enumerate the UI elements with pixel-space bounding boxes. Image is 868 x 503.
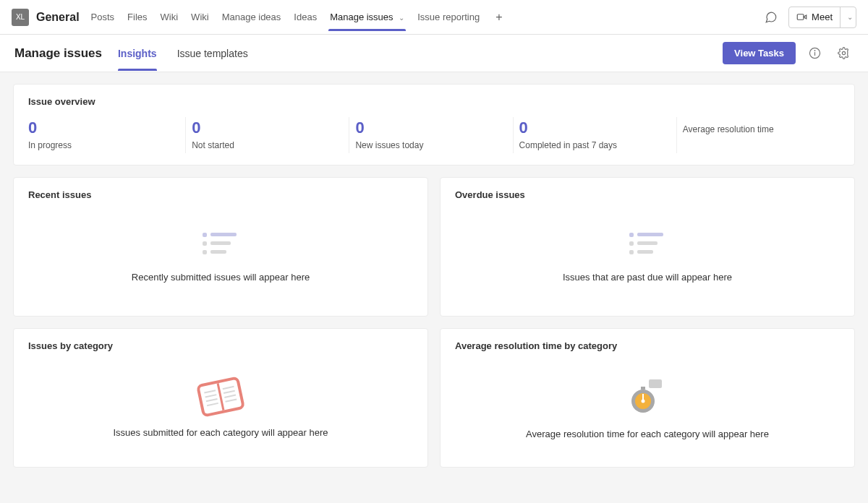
app-subheader: Manage issues Insights Issue templates V… [0,35,868,72]
settings-icon[interactable] [833,43,854,64]
book-icon [195,375,247,418]
stat-label: Completed in past 7 days [519,140,671,150]
content-area: Issue overview 0 In progress 0 Not start… [0,72,868,479]
empty-state: Issues submitted for each category will … [28,361,413,455]
stat-value: 0 [192,120,343,136]
stat-label: Average resolution time [683,124,834,134]
stat-not-started: 0 Not started [186,117,349,153]
tab-ideas[interactable]: Ideas [292,3,318,31]
empty-state: Issues that are past due will appear her… [455,210,840,304]
chevron-down-icon[interactable]: ⌄ [399,14,404,22]
tab-wiki-1[interactable]: Wiki [159,3,180,31]
panels-row-2: Issues by category Issues submitted for … [13,328,855,468]
stat-value: 0 [355,120,506,136]
view-tasks-button[interactable]: View Tasks [723,42,796,64]
stat-label: New issues today [355,140,506,150]
empty-list-icon [203,233,239,259]
overdue-issues-card: Overdue issues Issues that are past due … [440,177,855,317]
stat-new-today: 0 New issues today [349,117,513,153]
svg-point-4 [842,51,845,54]
issues-by-category-card: Issues by category Issues submitted for … [13,328,428,468]
chat-icon[interactable] [761,7,781,27]
stat-label: In progress [28,140,179,150]
tab-manage-issues[interactable]: Manage issues ⌄ [328,3,406,31]
stat-in-progress: 0 In progress [28,117,186,153]
channel-header: XL General Posts Files Wiki Wiki Manage … [0,0,868,35]
recent-issues-card: Recent issues Recently submitted issues … [13,177,428,317]
empty-text: Recently submitted issues will appear he… [132,272,310,283]
svg-rect-20 [641,387,645,390]
empty-state: Recently submitted issues will appear he… [28,210,413,304]
app-tabs: Insights Issue templates [118,36,723,71]
card-title: Issue overview [28,96,840,107]
card-title: Average resolution time by category [455,340,840,351]
subtab-issue-templates[interactable]: Issue templates [177,36,248,71]
tab-issue-reporting[interactable]: Issue reporting [416,3,481,31]
subheader-actions: View Tasks [723,42,854,64]
issue-overview-card: Issue overview 0 In progress 0 Not start… [13,84,855,165]
header-actions: Meet ⌄ [761,7,856,28]
team-avatar[interactable]: XL [12,9,29,26]
stopwatch-icon [627,378,668,416]
tab-label: Manage issues [330,12,393,22]
svg-rect-15 [649,379,662,388]
empty-text: Issues that are past due will appear her… [563,272,732,283]
add-tab-button[interactable]: + [491,11,506,24]
meet-button[interactable]: Meet [789,7,840,27]
panels-row-1: Recent issues Recently submitted issues … [13,177,855,317]
svg-rect-0 [797,14,804,20]
overview-stats: 0 In progress 0 Not started 0 New issues… [28,117,840,153]
card-title: Overdue issues [455,189,840,200]
stat-value: 0 [28,120,179,136]
subtab-insights[interactable]: Insights [118,36,157,71]
video-icon [796,12,807,22]
card-title: Issues by category [28,340,413,351]
stat-value: 0 [519,120,671,136]
tab-wiki-2[interactable]: Wiki [190,3,210,31]
card-title: Recent issues [28,189,413,200]
empty-text: Average resolution time for each categor… [526,429,769,439]
stat-completed-7d: 0 Completed in past 7 days [514,117,677,153]
tab-files[interactable]: Files [126,3,148,31]
tab-manage-ideas[interactable]: Manage ideas [221,3,283,31]
empty-state: Average resolution time for each categor… [455,361,840,455]
stat-avg-resolution: Average resolution time [677,117,840,153]
chevron-down-icon: ⌄ [847,13,853,21]
svg-point-3 [814,51,815,51]
meet-dropdown-button[interactable]: ⌄ [840,7,856,27]
tab-posts[interactable]: Posts [90,3,116,31]
empty-list-icon [629,233,665,259]
channel-tabs: Posts Files Wiki Wiki Manage ideas Ideas… [90,3,762,31]
page-title: Manage issues [14,46,102,61]
meet-button-group: Meet ⌄ [788,7,856,28]
empty-text: Issues submitted for each category will … [114,427,328,438]
info-icon[interactable] [804,43,825,64]
channel-name[interactable]: General [36,11,80,24]
meet-label: Meet [812,12,833,22]
stat-label: Not started [192,140,343,150]
avg-resolution-by-category-card: Average resolution time by category Aver… [440,328,855,468]
